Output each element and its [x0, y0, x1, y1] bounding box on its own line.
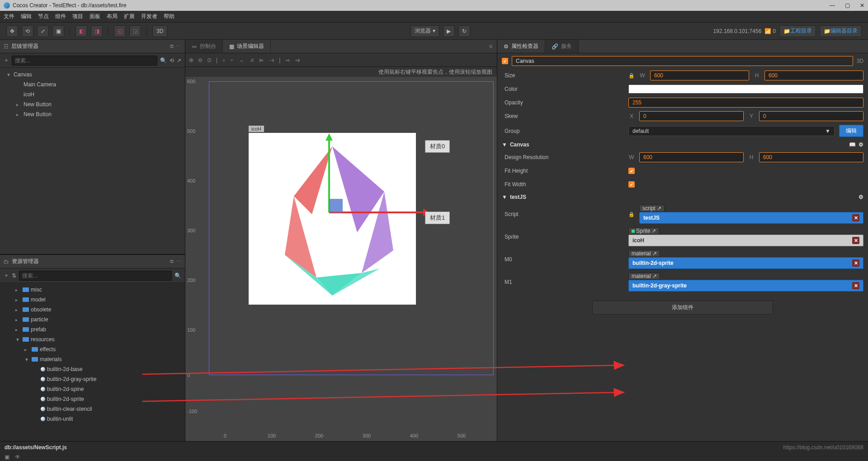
assets-tab[interactable]: 🗀 资源管理器 ⧉ ⋯: [0, 255, 185, 268]
hierarchy-item[interactable]: ▸New Button: [0, 109, 185, 119]
help-icon[interactable]: 📖: [849, 141, 856, 148]
zoom-fit-icon[interactable]: ⊙: [207, 57, 212, 63]
component-gear-icon[interactable]: ⚙: [859, 141, 863, 148]
group-edit-button[interactable]: 编辑: [839, 125, 863, 137]
anchor-tool-button[interactable]: ◧: [75, 25, 87, 37]
hierarchy-search-input[interactable]: [12, 56, 157, 66]
panel-popout-icon[interactable]: ⧉: [170, 259, 174, 264]
collapse-icon[interactable]: ⟲: [170, 57, 174, 64]
clear-ref-button[interactable]: ✕: [852, 259, 859, 267]
asset-item[interactable]: ▸model: [0, 295, 185, 305]
align-center-h-icon[interactable]: ⫟: [229, 57, 235, 63]
distribute-h-icon[interactable]: ⫤: [285, 57, 290, 63]
asset-item[interactable]: ▸misc: [0, 285, 185, 295]
asset-item[interactable]: builtin-clear-stencil: [0, 404, 185, 414]
asset-item[interactable]: builtin-2d-sprite: [0, 394, 185, 404]
tab-scene-editor[interactable]: ▦场景编辑器: [223, 40, 271, 53]
close-button[interactable]: ✕: [860, 2, 864, 9]
eye-icon[interactable]: 👁: [15, 454, 20, 460]
lock-icon[interactable]: 🔒: [628, 73, 635, 79]
menu-edit[interactable]: 编辑: [21, 13, 32, 20]
maximize-button[interactable]: ▢: [845, 2, 850, 9]
tab-inspector[interactable]: ⚙属性检查器: [497, 40, 545, 53]
fit-height-checkbox[interactable]: ✔: [628, 168, 635, 174]
asset-item[interactable]: builtin-2d-base: [0, 364, 185, 374]
tab-console[interactable]: ≔控制台: [185, 40, 223, 53]
design-h-input[interactable]: 600: [759, 152, 863, 162]
align-bottom-icon[interactable]: ⫣: [269, 57, 274, 63]
external-icon[interactable]: ↗: [652, 273, 657, 279]
expand-icon[interactable]: ↗: [177, 57, 181, 64]
menu-extend[interactable]: 扩展: [124, 13, 135, 20]
clear-ref-button[interactable]: ✕: [852, 282, 859, 289]
add-node-button[interactable]: ＋: [4, 56, 9, 64]
menu-file[interactable]: 文件: [4, 13, 14, 20]
asset-item[interactable]: builtin-unlit: [0, 414, 185, 424]
editor-dir-button[interactable]: 📁 编辑器目录: [820, 25, 862, 37]
script-ref[interactable]: testJS✕: [639, 212, 863, 224]
zoom-out-icon[interactable]: ⊖: [198, 57, 203, 63]
align-left-icon[interactable]: ⫞: [222, 57, 225, 63]
zoom-in-icon[interactable]: ⊕: [189, 57, 193, 63]
rotate-tool-button[interactable]: ⟲: [22, 25, 33, 37]
size-w-input[interactable]: 600: [650, 71, 749, 80]
align-middle-v-icon[interactable]: ⫢: [259, 57, 264, 63]
m1-ref[interactable]: builtin-2d-gray-sprite✕: [628, 280, 863, 292]
align-right-icon[interactable]: ⫠: [239, 57, 245, 63]
section-arrow-icon[interactable]: ▼: [502, 194, 507, 200]
external-icon[interactable]: ↗: [652, 250, 657, 257]
distribute-v-icon[interactable]: ⫥: [295, 57, 300, 63]
panel-menu-icon[interactable]: ≡: [485, 43, 497, 50]
color-input[interactable]: [628, 85, 863, 94]
component-gear-icon[interactable]: ⚙: [859, 194, 863, 200]
assets-search-input[interactable]: [19, 271, 172, 281]
console-icon[interactable]: ▣: [5, 454, 9, 460]
menu-developer[interactable]: 开发者: [141, 13, 157, 20]
add-component-button[interactable]: 添加组件: [592, 301, 773, 315]
asset-item[interactable]: ▼materials: [0, 354, 185, 364]
world-tool-button[interactable]: ◲: [129, 25, 141, 37]
project-dir-button[interactable]: 📁 工程目录: [779, 25, 816, 37]
search-icon[interactable]: 🔍: [160, 57, 167, 64]
search-icon[interactable]: 🔍: [175, 273, 181, 279]
local-tool-button[interactable]: ◱: [114, 25, 126, 37]
external-icon[interactable]: ↗: [651, 228, 656, 234]
opacity-input[interactable]: 255: [628, 98, 863, 108]
hierarchy-tab[interactable]: ☷ 层级管理器 ⧉ ⋯: [0, 40, 185, 53]
hierarchy-item[interactable]: ▸New Button: [0, 99, 185, 109]
panel-menu-icon[interactable]: ⋯: [176, 259, 181, 264]
hierarchy-item[interactable]: Main Camera: [0, 80, 185, 89]
panel-popout-icon[interactable]: ⧉: [170, 43, 174, 49]
asset-item[interactable]: ▼resources: [0, 334, 185, 344]
skew-x-input[interactable]: 0: [639, 111, 744, 121]
sort-button[interactable]: ⇅: [12, 273, 16, 279]
asset-item[interactable]: ▸effects: [0, 344, 185, 354]
clear-ref-button[interactable]: ✕: [852, 214, 859, 221]
pivot-tool-button[interactable]: ◨: [91, 25, 103, 37]
skew-y-input[interactable]: 0: [759, 111, 863, 121]
menu-help[interactable]: 帮助: [164, 13, 175, 20]
asset-item[interactable]: builtin-2d-spine: [0, 384, 185, 394]
sprite-preview[interactable]: [249, 133, 416, 305]
scene-viewport[interactable]: 6005004003002001000-100 0100200300400500…: [185, 77, 497, 441]
asset-item[interactable]: ▸obsolete: [0, 305, 185, 315]
fit-width-checkbox[interactable]: ✔: [628, 181, 635, 188]
rect-tool-button[interactable]: ▣: [52, 25, 64, 37]
minimize-button[interactable]: —: [830, 2, 835, 9]
node-name-input[interactable]: Canvas: [512, 56, 853, 66]
tab-services[interactable]: 🔗服务: [545, 40, 579, 53]
scale-tool-button[interactable]: ⤢: [37, 25, 49, 37]
gizmo-center[interactable]: [329, 199, 343, 212]
material1-button[interactable]: 材质1: [425, 212, 450, 224]
menu-node[interactable]: 节点: [38, 13, 49, 20]
asset-item[interactable]: builtin-2d-gray-sprite: [0, 374, 185, 384]
play-button[interactable]: ▶: [443, 25, 455, 37]
node-active-checkbox[interactable]: ✔: [502, 58, 508, 64]
external-icon[interactable]: ↗: [657, 205, 661, 212]
asset-item[interactable]: ▸prefab: [0, 325, 185, 334]
section-arrow-icon[interactable]: ▼: [502, 141, 507, 148]
3d-mode-button[interactable]: 3D: [152, 25, 167, 37]
material0-button[interactable]: 材质0: [425, 140, 450, 153]
align-top-icon[interactable]: ⫡: [249, 57, 255, 63]
hierarchy-item[interactable]: ▼Canvas: [0, 70, 185, 80]
